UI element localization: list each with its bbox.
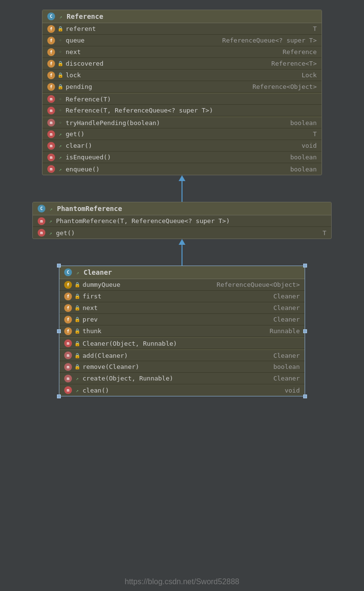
method-icon: m <box>47 130 55 138</box>
field-icon: f <box>47 37 55 44</box>
member-name: clear() <box>66 142 92 149</box>
phantom-vis-icon: ↗ <box>48 206 54 211</box>
table-row: f 🔒 lock Lock <box>42 70 322 81</box>
member-type: ReferenceQueue<Object> <box>217 281 300 288</box>
member-name: thunk <box>83 327 101 335</box>
member-type: boolean <box>273 363 300 370</box>
member-type: Reference <box>283 48 317 56</box>
field-icon: f <box>64 293 72 300</box>
handle-br <box>303 394 307 398</box>
arrow-up-icon <box>179 175 185 181</box>
vis-lock-icon: 🔒 <box>74 294 80 299</box>
handle-bl <box>57 394 61 398</box>
member-name: prev <box>83 316 98 323</box>
method-icon: m <box>38 217 45 225</box>
reference-class-title: Reference <box>67 13 103 20</box>
handle-tr <box>303 264 307 267</box>
watermark: https://blog.csdn.net/Sword52888 <box>0 577 364 586</box>
vis-inherit-icon: ↗ <box>48 230 54 236</box>
table-row: m 🔒 Cleaner(Object, Runnable) <box>59 337 305 349</box>
member-name: dummyQueue <box>83 281 120 288</box>
member-type: boolean <box>290 166 317 173</box>
member-name: discovered <box>66 60 103 67</box>
field-icon: f <box>64 316 72 324</box>
member-type: Reference<Object> <box>252 83 317 90</box>
table-row: m 🔒 remove(Cleaner) boolean <box>59 361 305 373</box>
member-type: void <box>302 142 317 149</box>
member-type: boolean <box>290 154 317 161</box>
vis-open-icon: ◦ <box>57 108 63 113</box>
member-type: boolean <box>290 119 317 127</box>
table-row: f 🔒 discovered Reference<T> <box>42 58 322 70</box>
table-row: m ↗ enqueue() boolean <box>42 163 322 175</box>
table-row: f 🔒 next Cleaner <box>59 302 305 314</box>
vis-inherit-icon: ↗ <box>57 155 63 160</box>
class-phantom: C ↗ PhantomReference m ↗ PhantomReferenc… <box>32 202 332 239</box>
field-icon: f <box>47 60 55 68</box>
member-type: Cleaner <box>273 375 300 382</box>
method-icon: m <box>64 363 72 371</box>
method-icon: m <box>47 107 55 114</box>
table-row: m ↗ clean() void <box>59 384 305 396</box>
member-name: get() <box>56 229 75 237</box>
vis-inherit-icon: ↗ <box>57 143 63 149</box>
member-name: get() <box>66 130 84 138</box>
field-icon: f <box>47 71 55 79</box>
method-icon: m <box>47 142 55 150</box>
member-name: lock <box>66 71 81 79</box>
table-row: m ↗ PhantomReference(T, ReferenceQueue<?… <box>33 215 331 227</box>
member-type: T <box>322 229 326 237</box>
vis-lock-icon: 🔒 <box>57 84 63 90</box>
member-name: remove(Cleaner) <box>83 363 139 370</box>
member-name: queue <box>66 37 84 44</box>
class-reference: C ↗ Reference f 🔒 referent T f ◦ queue R… <box>42 10 322 175</box>
handle-mr <box>303 329 307 333</box>
class-cleaner-wrapper: C ↗ Cleaner f 🔒 dummyQueue ReferenceQueu… <box>59 266 305 396</box>
member-name: Reference(T, ReferenceQueue<? super T>) <box>66 107 213 114</box>
arrow-up-icon <box>179 239 185 245</box>
vis-lock-icon: 🔒 <box>74 305 80 311</box>
method-icon: m <box>64 386 72 394</box>
class-phantom-header: C ↗ PhantomReference <box>33 202 331 215</box>
member-name: Reference(T) <box>66 96 111 103</box>
handle-ml <box>57 329 61 333</box>
member-type: ReferenceQueue<? super T> <box>222 37 317 44</box>
vis-inherit-icon: ↗ <box>57 131 63 137</box>
method-icon: m <box>47 154 55 161</box>
cleaner-vis-icon: ↗ <box>75 269 81 275</box>
vis-inherit-icon: ↗ <box>74 387 80 393</box>
static-field-icon: f <box>64 281 72 289</box>
class-cleaner: C ↗ Cleaner f 🔒 dummyQueue ReferenceQueu… <box>59 266 305 396</box>
connector-reference-phantom <box>179 175 185 202</box>
class-reference-header: C ↗ Reference <box>42 10 322 23</box>
member-type: Cleaner <box>273 304 300 311</box>
method-icon: m <box>64 352 72 359</box>
member-name: next <box>83 304 98 311</box>
phantom-class-title: PhantomReference <box>57 205 122 212</box>
table-row: m ↗ get() T <box>42 128 322 140</box>
member-type: Cleaner <box>273 293 300 300</box>
member-name: add(Cleaner) <box>83 352 128 359</box>
phantom-class-icon: C <box>38 205 45 212</box>
method-icon: m <box>38 229 45 237</box>
table-row: m ↗ get() T <box>33 227 331 239</box>
member-name: first <box>83 293 101 300</box>
table-row: f 🔒 pending Reference<Object> <box>42 81 322 93</box>
connector-line <box>182 245 182 266</box>
member-type: Cleaner <box>273 352 300 359</box>
member-type: Lock <box>302 71 317 79</box>
reference-vis-icon: ↗ <box>58 14 64 19</box>
member-name: next <box>66 48 81 56</box>
table-row: m ◦ Reference(T) <box>42 93 322 105</box>
member-name: create(Object, Runnable) <box>83 375 173 382</box>
diagram-container: C ↗ Reference f 🔒 referent T f ◦ queue R… <box>0 0 364 406</box>
vis-inherit-icon: ↗ <box>48 218 54 224</box>
member-type: T <box>313 25 317 32</box>
table-row: f 🔒 referent T <box>42 23 322 35</box>
vis-lock-icon: 🔒 <box>74 317 80 323</box>
vis-lock-icon: 🔒 <box>74 282 80 288</box>
table-row: f 🔒 thunk Runnable <box>59 325 305 337</box>
field-icon: f <box>64 304 72 312</box>
method-icon: m <box>64 339 72 347</box>
vis-lock-icon: 🔒 <box>74 352 80 358</box>
